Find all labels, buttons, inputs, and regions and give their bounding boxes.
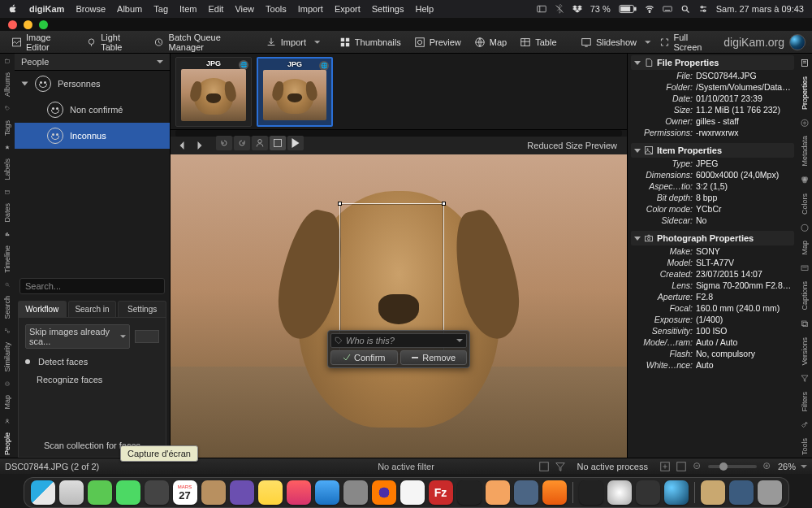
dock-facetime-icon[interactable] — [116, 480, 140, 505]
dock-music-icon[interactable] — [287, 480, 311, 505]
tab-map-right[interactable]: Map — [800, 238, 810, 258]
dock-app4-icon[interactable] — [607, 480, 632, 505]
menu-tag[interactable]: Tag — [153, 4, 168, 14]
window-close-button[interactable] — [8, 20, 17, 29]
dock-digikam-icon[interactable] — [664, 480, 689, 505]
tab-people[interactable]: People — [2, 430, 12, 458]
tree-item-unknown[interactable]: Inconnus — [15, 123, 170, 149]
dock-virtualbox-icon[interactable] — [514, 480, 538, 505]
menu-browse[interactable]: Browse — [76, 4, 106, 14]
disclosure-icon[interactable] — [22, 82, 28, 86]
colors-tab-icon[interactable] — [800, 176, 810, 185]
captions-tab-icon[interactable] — [800, 264, 810, 273]
play-slideshow-button[interactable] — [287, 136, 304, 150]
tab-workflow[interactable]: Workflow — [18, 301, 67, 317]
labels-tab-icon[interactable] — [2, 145, 12, 150]
dock-filezilla-icon[interactable]: Fz — [429, 480, 453, 505]
metadata-tab-icon[interactable] — [800, 119, 810, 128]
face-tag-button[interactable] — [252, 136, 268, 150]
dock-launchpad-icon[interactable] — [59, 480, 84, 505]
tab-tools[interactable]: Tools — [800, 436, 810, 458]
tab-captions[interactable]: Captions — [800, 279, 810, 313]
zoom-fit-icon[interactable] — [659, 461, 671, 472]
wifi-icon[interactable] — [645, 4, 654, 14]
menu-export[interactable]: Export — [335, 4, 361, 14]
tree-item-unconfirmed[interactable]: Non confirmé — [15, 97, 170, 123]
skip-spinbox[interactable] — [135, 330, 159, 343]
tab-versions[interactable]: Versions — [800, 335, 810, 368]
window-minimize-button[interactable] — [24, 20, 32, 29]
dock-app1-icon[interactable] — [201, 480, 226, 505]
image-editor-button[interactable]: Image Editor — [6, 30, 78, 54]
albums-tab-icon[interactable] — [2, 59, 12, 63]
dates-tab-icon[interactable] — [2, 189, 12, 194]
bluetooth-off-icon[interactable] — [555, 4, 564, 14]
people-tab-icon[interactable] — [2, 419, 12, 423]
confirm-face-button[interactable]: Confirm — [330, 350, 398, 365]
table-button[interactable]: Table — [515, 34, 561, 50]
next-image-button[interactable] — [192, 138, 208, 153]
properties-tab-icon[interactable] — [800, 59, 810, 67]
map-button[interactable]: Map — [469, 34, 512, 50]
brand-link[interactable]: digiKam.org — [723, 34, 806, 50]
menu-import[interactable]: Import — [298, 4, 323, 14]
tools-tab-icon[interactable] — [800, 420, 810, 429]
dock-app3-icon[interactable] — [486, 480, 510, 505]
window-zoom-button[interactable] — [39, 20, 48, 29]
rotate-left-button[interactable] — [216, 136, 232, 150]
filter-funnel-icon[interactable] — [555, 461, 566, 472]
tab-colors[interactable]: Colors — [800, 191, 810, 217]
who-is-this-input[interactable]: Who is this? — [330, 333, 467, 348]
zoom-100-icon[interactable] — [676, 461, 687, 472]
dock-messages-icon[interactable] — [88, 480, 112, 505]
map-right-tab-icon[interactable] — [800, 224, 810, 232]
slideshow-button[interactable]: Slideshow — [576, 34, 641, 50]
dock-app2-icon[interactable] — [230, 480, 254, 505]
thumbnails-button[interactable]: Thumbnails — [335, 34, 406, 50]
zoom-dropdown-icon[interactable] — [801, 463, 807, 470]
disclosure-icon[interactable] — [634, 149, 641, 153]
tab-similarity[interactable]: Similarity — [2, 340, 12, 375]
menu-edit[interactable]: Edit — [208, 4, 223, 14]
preview-button[interactable]: Preview — [409, 34, 466, 50]
left-panel-header[interactable]: People — [15, 54, 170, 71]
people-search-input[interactable]: Search... — [19, 278, 165, 294]
image-preview[interactable]: Who is this? Confirm Remove — [171, 154, 627, 458]
tab-tags[interactable]: Tags — [2, 118, 12, 138]
menu-view[interactable]: View — [235, 4, 254, 14]
tab-map[interactable]: Map — [2, 393, 12, 412]
mac-menubar[interactable]: digiKam Browse Album Tag Item Edit View … — [0, 0, 812, 18]
zoom-out-icon[interactable] — [692, 461, 703, 472]
tab-search[interactable]: Search — [2, 293, 12, 322]
search-tab-icon[interactable] — [2, 282, 12, 287]
dock-screenshot-icon[interactable] — [145, 480, 169, 505]
tab-dates[interactable]: Dates — [2, 201, 12, 225]
remove-face-button[interactable]: Remove — [400, 350, 468, 365]
dock-trash-icon[interactable] — [758, 480, 782, 505]
menu-album[interactable]: Album — [117, 4, 142, 14]
spotlight-icon[interactable] — [680, 4, 690, 14]
slideshow-dropdown-icon[interactable] — [645, 39, 650, 46]
color-label-icon[interactable] — [538, 461, 550, 472]
control-center-icon[interactable] — [698, 4, 708, 14]
zoom-slider[interactable] — [708, 465, 757, 468]
import-button[interactable]: Import — [261, 34, 311, 50]
recognize-faces-option[interactable]: Recognize faces — [25, 375, 102, 384]
rotate-right-button[interactable] — [234, 136, 250, 150]
tab-labels[interactable]: Labels — [2, 156, 12, 183]
skip-combo[interactable]: Skip images already sca... — [25, 324, 130, 349]
dock-app5-icon[interactable] — [636, 480, 660, 505]
dock-activity-icon[interactable] — [579, 480, 603, 505]
dock-calendar-icon[interactable]: MARS27 — [173, 480, 197, 505]
dock-folder2-icon[interactable] — [729, 480, 754, 505]
menu-tools[interactable]: Tools — [266, 4, 287, 14]
dock-panel-icon[interactable] — [537, 4, 546, 14]
versions-tab-icon[interactable] — [800, 319, 810, 328]
zoom-in-icon[interactable] — [762, 461, 773, 472]
menu-settings[interactable]: Settings — [372, 4, 404, 14]
tab-properties[interactable]: Properties — [800, 74, 810, 112]
disclosure-icon[interactable] — [634, 237, 641, 241]
tree-item-personnes[interactable]: Personnes — [15, 71, 170, 97]
fullscreen-button[interactable]: Full Screen — [654, 30, 721, 54]
dock-firefox-icon[interactable] — [372, 480, 396, 505]
